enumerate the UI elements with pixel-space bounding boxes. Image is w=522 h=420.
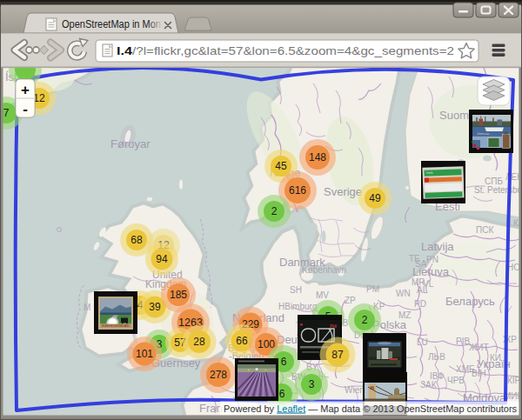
svg-text:7: 7 (3, 107, 10, 119)
svg-text:185: 185 (170, 289, 187, 301)
svg-text:-: - (23, 101, 28, 117)
svg-text:КИ: КИ (490, 353, 501, 363)
svg-text:100: 100 (258, 338, 275, 350)
svg-text:РІВ: РІВ (456, 337, 470, 346)
svg-text:ВІН: ВІН (472, 369, 486, 378)
svg-text:Joensuu: Joensuu (476, 132, 490, 136)
svg-text:Беларусь: Беларусь (445, 295, 495, 308)
svg-text:87: 87 (331, 349, 344, 361)
svg-text:3: 3 (309, 378, 315, 390)
svg-text:101: 101 (136, 348, 153, 360)
svg-text:OpenStreetMap in Mon: OpenStreetMap in Mon (62, 18, 161, 30)
svg-text:Latvija: Latvija (421, 240, 454, 253)
svg-text:l.4/?l=flickr,gc&lat=57&lon=6.: l.4/?l=flickr,gc&lat=57&lon=6.5&zoom=4&g… (117, 44, 454, 57)
svg-text:SA: SA (415, 259, 427, 269)
svg-text:PD: PD (414, 299, 426, 309)
svg-text:616: 616 (289, 184, 306, 197)
svg-text:148: 148 (309, 151, 326, 163)
svg-text:SH: SH (290, 285, 302, 295)
svg-text:39: 39 (149, 301, 161, 313)
svg-text:ПСК: ПСК (476, 225, 493, 235)
svg-text:ZP: ZP (345, 296, 356, 305)
svg-text:København: København (302, 265, 346, 275)
svg-text:КІР: КІР (507, 376, 521, 385)
svg-text:Sverige: Sverige (324, 185, 362, 198)
svg-text:68: 68 (130, 234, 143, 246)
svg-text:278: 278 (210, 369, 227, 381)
svg-text:HBimburg: HBimburg (278, 302, 317, 311)
svg-text:St. Petersburg: St. Petersburg (474, 185, 522, 195)
svg-text:НО: НО (507, 263, 520, 272)
svg-text:PM: PM (366, 284, 379, 294)
svg-text:M: M (84, 303, 90, 312)
svg-text:Fran: Fran (199, 402, 223, 415)
svg-text:2: 2 (271, 205, 278, 217)
svg-text:+: + (21, 82, 30, 98)
svg-text:28: 28 (193, 336, 205, 348)
svg-text:ЧРВ: ЧРВ (447, 376, 465, 385)
svg-text:ЖИТ: ЖИТ (469, 343, 489, 352)
svg-text:Rapla: Rapla (426, 170, 433, 174)
svg-text:PN: PN (426, 255, 438, 264)
svg-text:2: 2 (362, 314, 368, 326)
svg-text:AL: AL (417, 285, 428, 295)
svg-text:WN: WN (396, 289, 411, 298)
svg-text:45: 45 (275, 160, 287, 172)
svg-text:MV: MV (316, 290, 329, 300)
svg-text:Powered by Leaflet — Map data: Powered by Leaflet — Map data © 2013 Ope… (224, 403, 518, 414)
svg-text:MZ: MZ (398, 310, 411, 320)
svg-text:ЛЬВ: ЛЬВ (428, 352, 445, 362)
svg-text:RUSH HOUR·IRELAND: RUSH HOUR·IRELAND (102, 324, 130, 328)
svg-text:LU: LU (417, 337, 428, 347)
svg-text:Wien: Wien (345, 385, 365, 395)
svg-text:6: 6 (281, 356, 287, 368)
svg-text:Suomi: Suomi (439, 109, 472, 122)
svg-text:ЗАК: ЗАК (420, 380, 437, 390)
svg-text:PHI: PHI (330, 324, 337, 329)
svg-text:6: 6 (279, 388, 285, 400)
svg-text:49: 49 (369, 192, 381, 204)
svg-text:66: 66 (236, 335, 248, 347)
svg-text:Føroyar: Føroyar (110, 137, 151, 150)
svg-text:94: 94 (156, 253, 168, 265)
